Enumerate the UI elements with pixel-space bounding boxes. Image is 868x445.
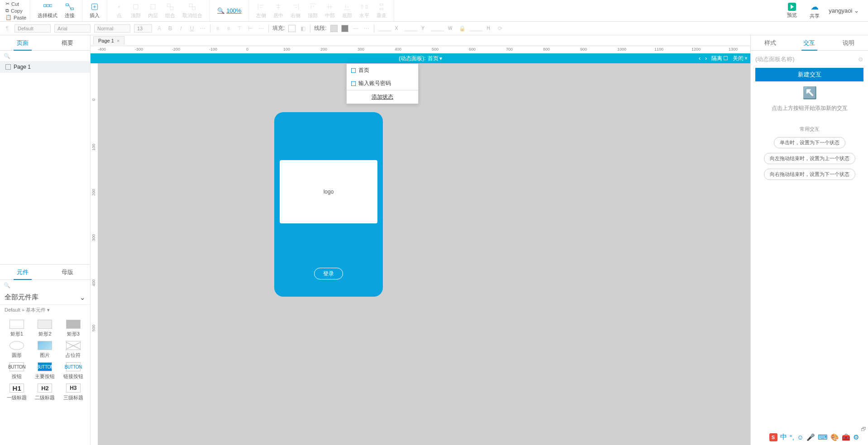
canvas[interactable]: logo 登录 [98,53,750,445]
stroke-width-icon[interactable]: — [352,25,359,32]
preview-button[interactable]: 预览 [783,3,801,19]
text-valign-mid-icon[interactable]: ⊢ [247,25,254,32]
fill-swatch[interactable] [288,25,296,32]
y-input[interactable] [404,25,418,31]
new-interaction-button[interactable]: 新建交互 [755,68,863,81]
dp-next-state[interactable]: › [705,55,707,62]
dp-prev-state[interactable]: ‹ [699,55,701,62]
widget-rect1[interactable]: 矩形1 [5,320,29,337]
italic-icon[interactable]: I [177,25,185,32]
widget-circle[interactable]: 圆形 [5,341,29,359]
align-center-h-button[interactable]: 居中 [270,2,287,19]
ime-skin-icon[interactable]: 🎨 [830,433,839,441]
tab-interactions[interactable]: 交互 [790,35,829,50]
sogou-ime-icon[interactable]: S [769,433,777,441]
copy-button[interactable]: ⧉Copy [5,8,26,14]
state-item-login[interactable]: 输入账号密码 [347,77,418,90]
stroke-swatch[interactable] [330,25,338,32]
ime-lang[interactable]: 中 [780,433,787,441]
logo-box[interactable]: logo [280,160,377,223]
widget-link-button[interactable]: BUTTON链接按钮 [61,362,86,380]
top-button[interactable]: 顶部 [127,2,144,19]
text-valign-top-icon[interactable]: ⊤ [236,25,243,32]
align-top-button[interactable]: 顶部 [304,2,321,19]
tab-widgets[interactable]: 元件 [0,265,45,279]
tab-style[interactable]: 样式 [751,35,790,50]
zoom-control[interactable]: 🔍100% [214,7,245,14]
widget-button[interactable]: BUTTON按钮 [5,362,29,380]
library-category[interactable]: Default » 基本元件 ▾ [0,305,90,315]
widget-primary-button[interactable]: BUTTON主要按钮 [33,362,57,380]
phone-mockup[interactable]: logo 登录 [274,112,383,297]
bold-icon[interactable]: B [167,25,174,32]
select-mode-button[interactable]: 选择模式 [34,2,61,19]
login-button[interactable]: 登录 [314,268,343,279]
ime-keyboard-icon[interactable]: ⌨ [818,433,828,441]
cut-button[interactable]: ✂Cut [5,1,26,7]
close-icon[interactable]: × [117,38,119,43]
page-tab[interactable]: Page 1 × [93,36,124,45]
size-select[interactable]: 13 [134,24,152,33]
ime-punct-icon[interactable]: °, [790,433,794,441]
w-input[interactable] [431,25,444,31]
group-button[interactable]: 组合 [162,2,179,19]
more-stroke-icon[interactable]: ⋯ [363,25,370,32]
add-state-button[interactable]: 添加状态 [347,90,418,104]
widget-rect3[interactable]: 矩形3 [61,320,86,337]
widget-h3[interactable]: H3三级标题 [61,383,86,401]
rotate-icon[interactable]: ⟳ [496,25,504,32]
ime-toolbox-icon[interactable]: 🧰 [842,433,850,441]
user-menu[interactable]: yangyaoi ⌄ [829,7,859,14]
widget-image[interactable]: 图片 [33,341,57,359]
widget-h2[interactable]: H2二级标题 [33,383,57,401]
align-left-button[interactable]: 左侧 [253,2,270,19]
settings-icon[interactable]: ⚙ [858,56,863,63]
align-right-button[interactable]: 右侧 [287,2,304,19]
style-select[interactable]: Default [14,24,51,33]
weight-select[interactable]: Normal [94,24,130,33]
share-button[interactable]: ☁共享 [806,2,823,19]
pages-search-input[interactable] [13,52,90,59]
widget-h1[interactable]: H1一级标题 [5,383,29,401]
h-input[interactable] [469,25,483,31]
inside-button[interactable]: 内层 [144,2,162,19]
tab-masters[interactable]: 母版 [45,265,91,279]
widget-placeholder[interactable]: 占位符 [61,341,86,359]
widget-rect2[interactable]: 矩形2 [33,320,57,337]
more-text-icon[interactable]: ⋯ [199,25,206,32]
fill-opacity-icon[interactable]: ◧ [299,25,306,32]
ime-voice-icon[interactable]: 🎤 [806,433,815,441]
dp-isolate-button[interactable]: 隔离 ☐ [711,55,728,62]
stroke-swatch-2[interactable] [341,25,348,32]
tab-pages[interactable]: 页面 [0,35,45,50]
ix-preset-swipe-left[interactable]: 向左拖动结束时，设置为上一个状态 [764,153,855,164]
page-item[interactable]: Page 1 [0,61,90,73]
window-restore-icon[interactable]: 🗗 [861,426,866,432]
ime-emoji-icon[interactable]: ☺ [797,433,804,441]
state-item-home[interactable]: 首页 [347,64,418,77]
text-align-center-icon[interactable]: ≡ [225,25,232,32]
dp-name-field[interactable]: (动态面板名称) ⚙ [755,55,863,63]
distribute-v-button[interactable]: 垂直 [373,2,390,19]
distribute-h-button[interactable]: 水平 [356,2,373,19]
ix-preset-swipe-right[interactable]: 向右拖动结束时，设置为下一个状态 [764,169,855,180]
text-align-left-icon[interactable]: ≡ [214,25,221,32]
ix-preset-click-next[interactable]: 单击时，设置为下一个状态 [774,137,845,148]
paste-button[interactable]: 📋Paste [5,14,26,20]
align-middle-button[interactable]: 中部 [321,2,339,19]
more-align-icon[interactable]: ⋯ [258,25,265,32]
ungroup-button[interactable]: 取消组合 [179,2,206,19]
underline-icon[interactable]: U [188,25,196,32]
tab-outline[interactable]: 概要 [45,35,91,50]
x-input[interactable] [378,25,391,31]
insert-button[interactable]: 插入 [86,2,103,19]
library-selector[interactable]: 全部元件库⌄ [0,290,90,305]
font-select[interactable]: Arial [54,24,91,33]
tab-notes[interactable]: 说明 [829,35,868,50]
connect-button[interactable]: 连接 [61,2,78,19]
lock-aspect-icon[interactable]: 🔒 [458,25,466,32]
ime-settings-icon[interactable]: ⚙ [853,433,859,441]
font-color-icon[interactable]: A [156,25,163,32]
point-button[interactable]: 点 [111,2,127,19]
dp-close-button[interactable]: 关闭 × [733,55,748,62]
